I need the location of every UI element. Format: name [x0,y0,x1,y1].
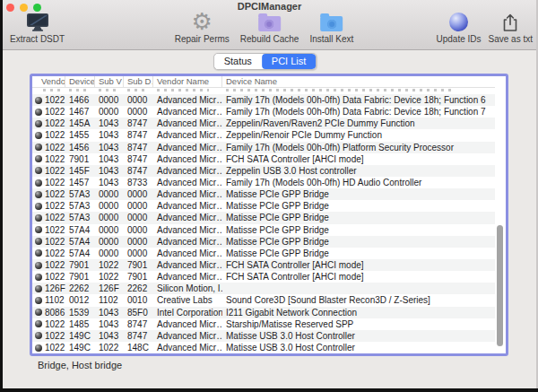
pci-table[interactable]: Vendor Device Sub V… Sub D… Vendor Name … [30,74,508,356]
device-name: Matisse USB 3.0 Host Controller [222,342,495,353]
scrollbar-thumb[interactable] [497,225,503,346]
device-name: Matisse PCIe GPP Bridge [222,188,495,200]
tab-pci-list[interactable]: PCI List [262,54,317,69]
pci-device-icon [35,320,42,327]
toolbar-item-label: Update IDs [437,34,482,44]
sub-device-id: 0000 [124,188,153,200]
table-row[interactable]: 1022 1466 0000 0000 Advanced Micr… Famil… [32,94,495,106]
scrollbar-track[interactable] [495,76,506,353]
sub-device-id: 2262 [124,283,153,294]
device-id: 145A [65,118,95,129]
sub-vendor-id: 1043 [95,129,124,141]
pci-device-icon [35,309,42,316]
pci-device-icon [35,249,42,257]
table-row[interactable]: 126F 2262 126F 2262 Silicon Motion, I… [32,283,495,294]
device-name: Family 17h (Models 00h-0fh) Platform Sec… [222,142,495,153]
table-row[interactable]: 1022 57A4 0000 0000 Advanced Micr… Matis… [32,248,495,259]
titlebar-toolbar: DPCIManager Extract DSDT ⚙ Repair [3,0,536,50]
sub-device-id: 148C [124,342,153,353]
sub-device-id: 85F0 [124,307,153,318]
pci-device-icon [35,332,42,339]
vendor-name: Advanced Micr… [153,94,222,106]
vendor-name: Advanced Micr… [153,177,222,188]
device-name: Starship/Matisse Reserved SPP [222,318,495,330]
device-id: 57A4 [65,236,95,248]
share-icon [501,11,519,32]
device-name: Zeppelin USB 3.0 Host controller [222,165,495,177]
vendor-name: Advanced Micr… [153,224,222,236]
sub-device-id: 8747 [124,129,153,141]
vendor-name: Advanced Micr… [153,142,222,153]
sub-device-id: 8747 [124,118,153,129]
install-kext-button[interactable]: Install Kext [309,11,353,44]
device-id: 1455 [65,129,95,141]
table-row[interactable]: 1022 7901 1043 8747 Advanced Micr… FCH S… [32,153,495,165]
table-row[interactable]: 1022 1467 0000 0000 Advanced Micr… Famil… [32,106,495,118]
sub-device-id: 8747 [124,153,153,165]
device-name: Matisse USB 3.0 Host Controller [222,330,495,342]
sub-device-id: 0000 [124,94,153,106]
table-row[interactable]: 1022 57A3 0000 0000 Advanced Micr… Matis… [32,188,495,200]
rebuild-cache-button[interactable]: Rebuild Cache [240,11,299,44]
vendor-id: 1022 [45,153,65,165]
sub-vendor-id: 0000 [95,188,124,200]
sub-vendor-id: 0000 [95,248,124,259]
column-header-sub-device[interactable]: Sub D… [124,76,153,87]
device-id: 0012 [65,294,95,306]
sub-device-id: 0010 [124,294,153,306]
sub-device-id: 8747 [124,165,153,177]
vendor-id: 1022 [45,236,65,248]
device-id: 7901 [65,153,95,165]
table-row[interactable]: 8086 1539 1043 85F0 Intel Corporation I2… [32,307,495,318]
save-as-txt-button[interactable]: Save as txt [489,11,533,44]
column-header-device-name[interactable]: Device Name [222,76,495,87]
table-row[interactable]: 1022 1456 1043 8747 Advanced Micr… Famil… [32,142,495,153]
repair-perms-button[interactable]: ⚙ Repair Perms [175,11,230,44]
vendor-id: 1022 [45,330,65,342]
vendor-name: Advanced Micr… [153,165,222,177]
sub-vendor-id: 0000 [95,200,124,212]
pci-device-icon [35,297,42,304]
device-name: Zeppelin/Raven/Raven2 PCIe Dummy Functio… [222,118,495,129]
vendor-name: Advanced Micr… [153,271,222,283]
table-row[interactable]: 1022 1485 1043 8747 Advanced Micr… Stars… [32,318,495,330]
vendor-id: 1022 [45,271,65,283]
sub-vendor-id: 0000 [95,106,124,118]
table-row[interactable]: 1022 7901 1022 7901 Advanced Micr… FCH S… [32,271,495,283]
table-row[interactable]: 1022 7901 1022 7901 Advanced Micr… FCH S… [32,259,495,271]
table-row[interactable]: 1022 149C 1043 8747 Advanced Micr… Matis… [32,330,495,342]
sub-device-id: 8733 [124,177,153,188]
column-header-device[interactable]: Device [65,76,95,87]
device-id: 2262 [65,283,95,294]
table-row[interactable]: 1022 1455 1043 8747 Advanced Micr… Zeppe… [32,129,495,141]
table-row[interactable]: 1022 145A 1043 8747 Advanced Micr… Zeppe… [32,118,495,129]
table-row[interactable]: 1022 57A4 0000 0000 Advanced Micr… Matis… [32,236,495,248]
table-row[interactable]: 1022 57A3 0000 0000 Advanced Micr… Matis… [32,212,495,223]
table-row[interactable]: 1102 0012 1102 0010 Creative Labs Sound … [32,294,495,306]
column-header-vendor-name[interactable]: Vendor Name [153,76,222,87]
vendor-name: Advanced Micr… [153,118,222,129]
device-name: FCH SATA Controller [AHCI mode] [222,271,495,283]
table-row[interactable]: 1022 145F 1043 8747 Advanced Micr… Zeppe… [32,165,495,177]
pci-device-icon [35,179,42,187]
device-name: Matisse PCIe GPP Bridge [222,224,495,236]
device-name: Matisse PCIe GPP Bridge [222,212,495,223]
extract-dsdt-button[interactable]: Extract DSDT [10,11,65,44]
blue-folder-icon [320,11,343,32]
tab-status[interactable]: Status [214,54,262,69]
toolbar-item-label: Rebuild Cache [240,34,299,44]
table-row[interactable]: 1022 149C 1022 148C Advanced Micr… Matis… [32,342,495,353]
pci-device-icon [35,120,42,127]
table-row[interactable]: 1022 57A3 0000 0000 Advanced Micr… Matis… [32,200,495,212]
table-row[interactable]: 1022 57A4 0000 0000 Advanced Micr… Matis… [32,224,495,236]
vendor-id: 1022 [45,118,65,129]
sub-vendor-id: 1022 [95,271,124,283]
device-id: 7901 [65,271,95,283]
vendor-name: Advanced Micr… [153,236,222,248]
sub-device-id: 0000 [124,200,153,212]
vendor-id: 1022 [45,129,65,141]
table-row[interactable]: 1022 1457 1043 8733 Advanced Micr… Famil… [32,177,495,188]
column-header-sub-vendor[interactable]: Sub V… [95,76,124,87]
update-ids-button[interactable]: Update IDs [437,11,482,44]
column-header-vendor[interactable]: Vendor [32,76,65,87]
